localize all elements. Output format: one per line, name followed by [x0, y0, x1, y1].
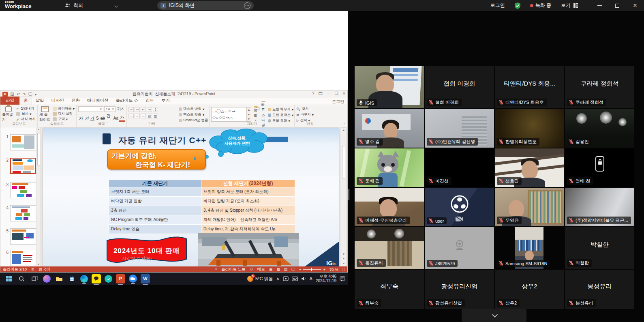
tab-meeting[interactable]: 회의 [65, 2, 83, 9]
find-button[interactable]: 🔍찾기 [296, 107, 324, 112]
participant-tile[interactable]: 상우2 상우2 [495, 270, 564, 309]
zoom-slider[interactable]: −+ [299, 267, 325, 272]
spellcheck-icon[interactable]: 🖹 [31, 267, 34, 271]
participant-tile[interactable]: 광성유리산업 광성유리산업 [425, 270, 494, 309]
underline-button[interactable]: 가 [90, 116, 95, 121]
copy-button[interactable]: 복사 ▾ [16, 112, 36, 116]
shapes-scroll[interactable]: ▲▼▼ [247, 107, 251, 122]
edge-icon[interactable] [80, 275, 88, 283]
fit-to-window-icon[interactable]: ⛶ [342, 267, 345, 272]
align-center-button[interactable]: ☰ [135, 114, 140, 118]
section-button[interactable]: 구역 ▾ [53, 117, 75, 122]
more-options-icon[interactable]: ⋯ [244, 2, 250, 9]
keyboard-icon[interactable] [292, 277, 298, 281]
view-sorter-icon[interactable]: ▦ [276, 267, 280, 271]
shape-fill-button[interactable]: 도형 채우기 ▾ [268, 107, 293, 112]
tab-insert[interactable]: 삽입 [32, 97, 48, 105]
participant-tile[interactable]: Samsung SM-S918N [495, 227, 564, 269]
participant-tile[interactable]: 한별유리정연호 [495, 109, 564, 148]
shape-outline-button[interactable]: 도형 윤곽선 ▾ [268, 113, 293, 118]
numbering-button[interactable]: ≕ [135, 107, 140, 112]
arrange-button[interactable]: 정렬▾ [252, 106, 259, 122]
new-slide-button[interactable]: 새 슬라이드 [39, 106, 51, 122]
participant-tile[interactable]: 선호경 [495, 148, 564, 187]
columns-button[interactable]: ▥ [153, 114, 158, 118]
word-icon[interactable]: W [141, 274, 150, 283]
memo-icon[interactable]: 🗩 [250, 267, 253, 271]
tab-view[interactable]: 보기 [158, 97, 173, 105]
kakaotalk-icon[interactable] [92, 274, 101, 283]
status-memo[interactable]: 메모 [257, 267, 265, 272]
bullets-button[interactable]: ≔ [128, 107, 134, 112]
start-button[interactable] [4, 274, 13, 283]
slide-canvas[interactable]: 자동 유리 재단기 C++ 신속,정확, [43, 128, 339, 266]
font-size-select[interactable]: 14▾ [104, 106, 116, 112]
status-zoom-level[interactable]: 70 % [329, 267, 338, 272]
taskbar-clock[interactable]: 오후 4:46 2024-12-19 [316, 274, 336, 283]
text-direction-button[interactable]: 텍스트 방향 ▾ [179, 107, 208, 112]
workspace-dropdown-icon[interactable] [114, 4, 118, 7]
notes-icon[interactable]: ≡ [215, 267, 217, 271]
align-left-button[interactable]: ☰ [128, 114, 134, 118]
replace-button[interactable]: ⇄바꾸기 ▾ [296, 112, 324, 117]
ime-tool-icon[interactable] [283, 276, 289, 281]
shapes-gallery[interactable]: ▭◯△▱☆⮕⬭◻◇⬠↝⌒ [211, 107, 247, 122]
participant-tile[interactable]: IGIS [355, 66, 424, 108]
paste-button[interactable]: 붙여넣기 [2, 106, 15, 122]
zoom-app-icon[interactable] [129, 275, 137, 283]
login-button[interactable]: 로그인 [490, 2, 505, 9]
file-explorer-icon[interactable] [54, 274, 64, 283]
decrease-indent-button[interactable]: ⇤ [141, 107, 146, 112]
search-icon[interactable] [17, 274, 26, 283]
participant-tile[interactable]: J8929579 [425, 227, 494, 269]
tab-slideshow[interactable]: 슬라이드 쇼 [112, 97, 142, 105]
security-shield-icon[interactable] [514, 2, 521, 9]
increase-indent-button[interactable]: ⇥ [147, 107, 152, 112]
tab-design[interactable]: 디자인 [48, 97, 68, 105]
slide-thumbnail-3[interactable] [10, 182, 36, 198]
font-name-select[interactable]: ▾ [78, 106, 103, 112]
cut-button[interactable]: ✂잘라내기 [16, 106, 36, 111]
line-spacing-button[interactable]: ⇕ [153, 107, 158, 112]
participant-tile[interactable]: 용진유리 [355, 227, 424, 269]
slide-thumbnail-2[interactable] [10, 158, 36, 174]
participant-tile[interactable]: 영배 천 [565, 148, 634, 187]
thumbnail-scrollbar[interactable]: ▲ ▼ [36, 127, 41, 266]
participant-tile[interactable]: user [425, 188, 494, 226]
layout-button[interactable]: 레이아웃 ▾ [53, 106, 75, 111]
powerpoint-icon[interactable]: P [116, 274, 125, 283]
view-normal-icon[interactable]: ▣ [269, 267, 273, 271]
view-slideshow-icon[interactable]: 🖵 [291, 267, 295, 272]
gallery-next-page-button[interactable] [462, 309, 526, 322]
participant-tile[interactable]: 협회 이경희 협회 이경희 [425, 66, 494, 108]
strikethrough-button[interactable]: ab [100, 116, 106, 120]
tab-home[interactable]: 홈 [19, 96, 32, 105]
tab-animations[interactable]: 애니메이션 [83, 97, 112, 105]
task-view-icon[interactable] [30, 274, 39, 283]
teal-app-icon[interactable] [105, 275, 112, 283]
bold-button[interactable]: 가 [78, 116, 84, 121]
ppt-restore-button[interactable]: ❐ [335, 91, 338, 96]
view-reading-icon[interactable]: ▤ [284, 267, 288, 271]
font-color-button[interactable]: 가 [119, 115, 125, 122]
slide-scrollbar[interactable]: ▲ ▼ ⏶ ⏷ [341, 127, 347, 266]
tab-file[interactable]: 파일 [0, 97, 19, 105]
ppt-minimize-button[interactable]: — [327, 91, 331, 96]
align-text-button[interactable]: 텍스트 맞춤 ▾ [179, 112, 208, 117]
view-button[interactable]: 보기 [561, 2, 578, 9]
notification-icon[interactable] [340, 276, 345, 281]
tray-expand-icon[interactable]: ∧ [276, 276, 279, 281]
participant-tile[interactable]: 박철한 박철한 [565, 227, 634, 269]
weather-widget[interactable]: 5°C 맑음 [247, 276, 273, 282]
tab-transitions[interactable]: 전환 [68, 97, 83, 105]
italic-button[interactable]: 가 [84, 116, 90, 121]
participant-tile[interactable]: 우영완 [495, 188, 564, 226]
format-painter-button[interactable]: 🖌서식 복사 [16, 117, 36, 122]
participant-tile[interactable]: 김용민 [565, 109, 634, 148]
smartart-button[interactable]: SmartArt로 변환 [179, 118, 208, 123]
ppt-help-icon[interactable]: ? [312, 91, 315, 96]
slide-thumbnail-5[interactable] [10, 228, 36, 245]
slide-thumbnail-panel[interactable]: 1 2 3 [0, 127, 41, 266]
status-language[interactable]: 한국어 [39, 267, 50, 272]
slide-thumbnail-6[interactable] [10, 250, 36, 266]
